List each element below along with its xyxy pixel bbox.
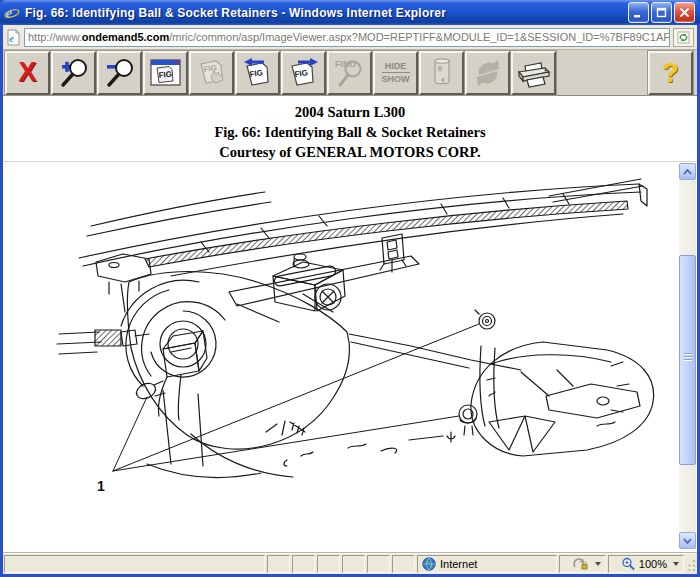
- scroll-down-button[interactable]: [679, 532, 696, 549]
- hide-show-label: HIDE SHOW: [382, 61, 410, 84]
- retainer-knob: [134, 380, 165, 401]
- callout-label-1: 1: [97, 478, 105, 494]
- next-figure-icon: FIG: [286, 55, 322, 91]
- figure-headings: 2004 Saturn L300 Fig. 66: Identifying Ba…: [3, 96, 697, 162]
- resize-grip[interactable]: [686, 555, 696, 573]
- svg-text:FIG: FIG: [294, 68, 308, 79]
- previous-figure-button[interactable]: FIG: [235, 51, 280, 95]
- figure-window-icon: FIG: [148, 55, 184, 91]
- protected-mode-dropdown-caret: [595, 562, 601, 566]
- zoom-in-icon: [56, 55, 92, 91]
- window-title: Fig. 66: Identifying Ball & Socket Retai…: [25, 6, 628, 20]
- browser-window: e Fig. 66: Identifying Ball & Socket Ret…: [0, 0, 700, 577]
- figure-pan-button-disabled[interactable]: FIG: [189, 51, 234, 95]
- url-input[interactable]: http://www.ondemand5.com/mric/common/asp…: [24, 28, 670, 47]
- refresh-arrows-icon: [470, 55, 506, 91]
- scroll-up-button[interactable]: [679, 163, 696, 180]
- vehicle-title: 2004 Saturn L300: [3, 102, 697, 122]
- internet-explorer-icon: e: [4, 5, 20, 21]
- url-domain: ondemand5.com: [82, 31, 169, 43]
- chevron-down-icon: [683, 538, 692, 544]
- zoom-out-icon: [102, 55, 138, 91]
- hide-show-button[interactable]: HIDE SHOW: [373, 51, 418, 95]
- figure-hand-icon: FIG: [194, 55, 230, 91]
- status-segment-5: [367, 555, 390, 573]
- resize-grip-dots: [686, 555, 696, 573]
- print-button[interactable]: [511, 51, 556, 95]
- right-assembly: [349, 334, 654, 456]
- maximize-icon: [656, 7, 667, 18]
- address-bar: e http://www.ondemand5.com/mric/common/a…: [3, 25, 697, 50]
- chevron-up-icon: [683, 169, 692, 175]
- find-icon: FIND: [332, 55, 368, 91]
- go-button[interactable]: [673, 28, 694, 47]
- help-icon: ?: [662, 60, 679, 87]
- zoom-segment[interactable]: 100%: [608, 555, 684, 573]
- figure-courtesy: Courtesy of GENERAL MOTORS CORP.: [3, 142, 697, 162]
- status-bar: Internet 100%: [3, 552, 697, 574]
- vertical-scrollbar[interactable]: [679, 163, 696, 549]
- viewer-toolbar: X FIG: [3, 50, 697, 96]
- status-segment-6: [392, 555, 415, 573]
- minimize-icon: [633, 7, 644, 18]
- zone-label: Internet: [440, 558, 477, 570]
- refresh-button-disabled[interactable]: [465, 51, 510, 95]
- security-zone-segment: Internet: [417, 555, 557, 573]
- phishing-filter-icon: [573, 558, 589, 571]
- previous-figure-icon: FIG: [240, 55, 276, 91]
- help-button[interactable]: ?: [648, 51, 693, 95]
- figure-window-button[interactable]: FIG: [143, 51, 188, 95]
- scrollbar-thumb[interactable]: [679, 255, 696, 465]
- svg-text:FIG: FIG: [158, 69, 172, 79]
- maximize-button[interactable]: [651, 2, 672, 23]
- retainer-lower: [447, 405, 477, 442]
- zoom-out-button[interactable]: [97, 51, 142, 95]
- status-segment-1: [267, 555, 290, 573]
- left-bracket: [96, 254, 151, 312]
- wiring-harness: [57, 330, 149, 354]
- url-path: /mric/common/asp/ImageViewer.aspx?MOD=RE…: [169, 31, 670, 43]
- svg-text:e: e: [9, 33, 14, 44]
- close-figure-icon: X: [18, 59, 36, 86]
- status-message-segment: [4, 555, 265, 573]
- zoom-magnifier-icon: [621, 557, 635, 571]
- close-button[interactable]: [674, 2, 695, 23]
- minimize-button[interactable]: [628, 2, 649, 23]
- zoom-in-button[interactable]: [51, 51, 96, 95]
- internet-globe-icon: [422, 557, 436, 571]
- go-refresh-icon: [677, 31, 690, 44]
- figure-image-region: 1: [3, 162, 697, 551]
- detail-marks: [266, 421, 443, 466]
- title-bar[interactable]: e Fig. 66: Identifying Ball & Socket Ret…: [0, 0, 700, 25]
- url-prefix: http://www.: [28, 31, 82, 43]
- support-beam: [79, 179, 647, 276]
- close-icon: [679, 7, 690, 18]
- status-segment-3: [317, 555, 340, 573]
- status-segment-2: [292, 555, 315, 573]
- zoom-level-label: 100%: [639, 558, 667, 570]
- svg-text:FIG: FIG: [249, 68, 263, 79]
- retainer-upper: [475, 310, 495, 329]
- protected-mode-segment[interactable]: [559, 555, 606, 573]
- status-segment-4: [342, 555, 365, 573]
- figure-viewer-content: 2004 Saturn L300 Fig. 66: Identifying Ba…: [3, 96, 697, 552]
- export-button-disabled[interactable]: [419, 51, 464, 95]
- svg-text:FIG: FIG: [203, 63, 217, 74]
- close-figure-button[interactable]: X: [5, 51, 50, 95]
- page-icon: e: [6, 29, 21, 46]
- export-document-icon: [424, 55, 460, 91]
- figure-title: Fig. 66: Identifying Ball & Socket Retai…: [3, 122, 697, 142]
- scrollbar-grip: [684, 356, 692, 357]
- find-button-disabled[interactable]: FIND: [327, 51, 372, 95]
- zoom-dropdown-caret: [673, 562, 679, 566]
- adjuster-mechanism: [273, 254, 345, 311]
- next-figure-button[interactable]: FIG: [281, 51, 326, 95]
- svg-text:e: e: [6, 6, 12, 21]
- printer-icon: [515, 55, 553, 91]
- headlamp-assembly-drawing: 1: [51, 164, 679, 509]
